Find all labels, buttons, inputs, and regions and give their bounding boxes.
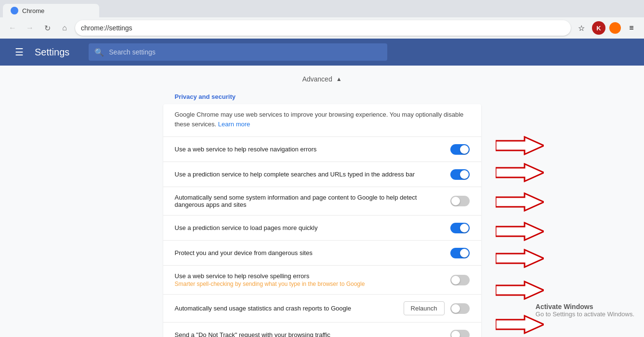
red-arrow-2 <box>496 187 544 217</box>
advanced-label: Advanced <box>302 75 332 83</box>
tab-label: Chrome <box>22 7 44 14</box>
learn-more-link[interactable]: Learn more <box>218 121 250 128</box>
relaunch-button-6[interactable]: Relaunch <box>404 301 445 315</box>
svg-marker-4 <box>496 250 544 267</box>
forward-button[interactable]: → <box>23 21 37 35</box>
toggle-7[interactable] <box>450 330 470 337</box>
settings-card: Google Chrome may use web services to im… <box>163 104 481 337</box>
menu-icon[interactable]: ≡ <box>625 21 638 35</box>
svg-marker-3 <box>496 223 544 240</box>
toggle-0[interactable] <box>450 144 470 155</box>
section-title: Privacy and security <box>163 85 247 104</box>
toggle-2[interactable] <box>450 196 470 206</box>
activate-windows-watermark: Activate Windows Go to Settings to activ… <box>536 303 634 318</box>
advanced-chevron-icon: ▲ <box>336 76 342 82</box>
search-icon: 🔍 <box>94 48 104 57</box>
setting-row-1: Use a prediction service to help complet… <box>163 162 481 187</box>
advanced-toggle[interactable]: Advanced ▲ <box>302 75 342 83</box>
setting-row-6: Automatically send usage statistics and … <box>163 295 481 323</box>
red-arrow-4 <box>496 246 544 271</box>
refresh-button[interactable]: ↻ <box>40 21 54 35</box>
toggle-3[interactable] <box>450 223 470 233</box>
tab-favicon <box>11 7 18 14</box>
info-row: Google Chrome may use web services to im… <box>163 104 481 137</box>
setting-row-5: Use a web service to help resolve spelli… <box>163 266 481 295</box>
bookmark-icon[interactable]: ☆ <box>575 21 588 35</box>
search-placeholder: Search settings <box>109 48 156 56</box>
profile-avatar-orange[interactable] <box>609 22 621 34</box>
svg-marker-2 <box>496 193 544 211</box>
toggle-4[interactable] <box>450 248 470 258</box>
svg-marker-0 <box>496 137 544 154</box>
setting-row-7: Send a "Do Not Track" request with your … <box>163 323 481 337</box>
home-button[interactable]: ⌂ <box>58 21 71 35</box>
active-tab[interactable]: Chrome <box>3 4 99 17</box>
toggle-1[interactable] <box>450 169 470 180</box>
red-arrow-3 <box>496 219 544 244</box>
svg-marker-5 <box>496 282 544 299</box>
svg-marker-6 <box>496 316 544 333</box>
toggle-5[interactable] <box>450 275 470 285</box>
setting-sublabel-5: Smarter spell-checking by sending what y… <box>175 281 443 287</box>
profile-avatar-k[interactable]: K <box>592 21 605 35</box>
search-bar[interactable]: 🔍 Search settings <box>89 43 387 61</box>
setting-row-4: Protect you and your device from dangero… <box>163 241 481 266</box>
red-arrow-1 <box>496 160 544 185</box>
back-button[interactable]: ← <box>6 21 19 35</box>
hamburger-menu[interactable]: ☰ <box>12 46 27 58</box>
address-bar[interactable] <box>75 20 571 36</box>
setting-row-2: Automatically send some system informati… <box>163 187 481 216</box>
red-arrow-0 <box>496 133 544 158</box>
settings-title: Settings <box>35 47 69 58</box>
setting-row-3: Use a prediction service to load pages m… <box>163 216 481 241</box>
toggle-6[interactable] <box>450 303 470 314</box>
svg-marker-1 <box>496 164 544 181</box>
setting-row-0: Use a web service to help resolve naviga… <box>163 137 481 162</box>
